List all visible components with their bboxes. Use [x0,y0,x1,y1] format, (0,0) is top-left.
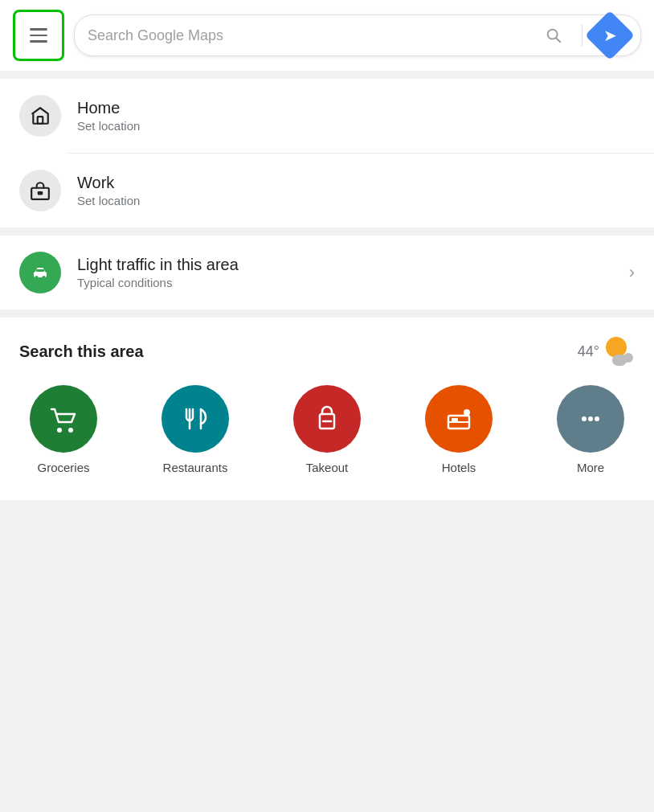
weather-cloud-icon [612,351,635,366]
category-hotels[interactable]: Hotels [415,385,503,474]
work-icon-circle [19,170,61,211]
weather-widget: 44° [578,337,635,366]
svg-point-19 [582,416,587,421]
svg-rect-17 [452,418,458,422]
search-divider [582,24,582,47]
search-area-title: Search this area [19,342,144,361]
more-circle [557,385,624,453]
chevron-right-icon: › [629,262,635,283]
hotels-icon [443,403,475,435]
takeout-icon [311,403,343,435]
directions-arrow-icon: ➤ [603,26,617,45]
svg-point-20 [588,416,593,421]
svg-point-11 [68,428,73,433]
svg-rect-2 [38,117,43,124]
home-sublabel: Set location [77,119,140,133]
svg-point-7 [35,276,39,279]
footer-gap [0,500,654,548]
svg-point-8 [43,276,46,279]
weather-temp: 44° [578,343,599,360]
category-more[interactable]: More [546,385,635,474]
svg-point-21 [595,416,599,421]
traffic-secondary: Typical conditions [77,276,629,289]
groceries-circle [30,385,97,453]
categories-row: Groceries Restaurants [19,385,635,474]
directions-button[interactable]: ➤ [585,10,635,60]
restaurants-circle [161,385,229,453]
traffic-text: Light traffic in this area Typical condi… [77,256,629,289]
gap-3 [0,310,654,318]
location-section: Home Set location Work Set location [0,79,654,228]
restaurants-label: Restaurants [163,461,228,474]
hamburger-icon [30,28,47,43]
search-bar: Search Google Maps ➤ [0,0,654,71]
work-label: Work [77,174,140,192]
gap-1 [0,71,654,79]
more-icon [574,403,607,435]
weather-icon [606,337,635,366]
home-label: Home [77,99,140,117]
work-sublabel: Set location [77,194,140,207]
traffic-section[interactable]: Light traffic in this area Typical condi… [0,236,654,310]
search-area-section: Search this area 44° Groceries [0,318,654,500]
takeout-circle [293,385,361,453]
svg-line-1 [556,38,560,42]
takeout-label: Takeout [306,461,349,474]
more-label: More [577,461,604,474]
category-groceries[interactable]: Groceries [19,385,108,474]
category-restaurants[interactable]: Restaurants [151,385,239,474]
home-icon [30,105,51,126]
work-location-text: Work Set location [77,174,140,207]
category-takeout[interactable]: Takeout [283,385,371,474]
home-location-text: Home Set location [77,99,140,133]
search-icon [545,27,562,44]
search-area-header: Search this area 44° [19,337,635,366]
home-icon-circle [19,95,61,137]
groceries-label: Groceries [37,461,89,474]
traffic-icon-circle [19,252,61,293]
svg-rect-4 [38,191,43,195]
search-placeholder: Search Google Maps [88,27,545,44]
hotels-circle [425,385,493,453]
work-location-item[interactable]: Work Set location [0,154,654,228]
menu-button[interactable] [13,10,64,61]
gap-2 [0,228,654,236]
traffic-primary: Light traffic in this area [77,256,629,274]
work-icon [30,180,51,201]
home-location-item[interactable]: Home Set location [0,79,654,153]
restaurants-icon [179,403,211,435]
traffic-car-icon [28,260,52,285]
svg-rect-9 [36,269,44,272]
svg-point-18 [464,409,470,416]
groceries-icon [47,403,80,435]
hotels-label: Hotels [442,461,476,474]
svg-point-10 [57,428,62,433]
search-input-area[interactable]: Search Google Maps ➤ [74,14,641,56]
